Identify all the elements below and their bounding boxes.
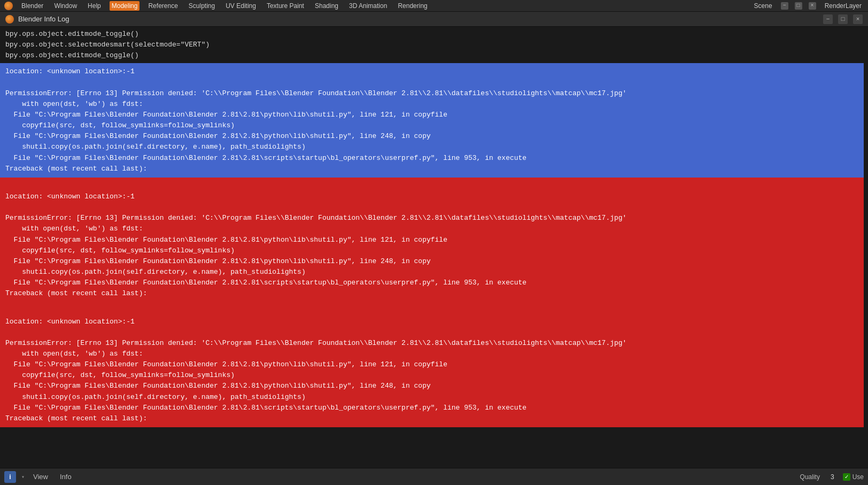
render-layer-selector[interactable]: RenderLayer [823, 1, 864, 11]
blue-error-block: location: <unknown location>:-1 Permissi… [0, 63, 864, 177]
checkmark-icon: ✓ [844, 474, 849, 480]
blender-logo-icon [4, 2, 13, 10]
minimize-button[interactable]: − [781, 2, 788, 10]
menu-reference[interactable]: Reference [146, 1, 180, 11]
window-close-button[interactable]: × [853, 14, 863, 24]
window-maximize-button[interactable]: □ [838, 14, 848, 24]
chevron-down-icon[interactable]: ▾ [21, 474, 25, 480]
window-title: Blender Info Log [18, 15, 69, 23]
menu-blender[interactable]: Blender [19, 1, 45, 11]
status-right-area: Quality 3 ✓ Use [800, 473, 864, 481]
checkbox-icon: ✓ [843, 473, 850, 481]
close-button[interactable]: × [809, 2, 816, 10]
window-minimize-button[interactable]: − [823, 14, 833, 24]
menu-help[interactable]: Help [86, 1, 103, 11]
red-error-block-1: location: <unknown location>:-1 Permissi… [0, 178, 864, 303]
menu-3d-animation[interactable]: 3D Animation [347, 1, 389, 11]
use-label: Use [852, 473, 864, 481]
quality-value: 3 [831, 473, 834, 481]
maximize-button[interactable]: □ [795, 2, 802, 10]
log-area: bpy.ops.object.editmode_toggle() bpy.ops… [0, 27, 864, 468]
quality-label: Quality [800, 473, 820, 481]
menu-window[interactable]: Window [52, 1, 79, 11]
menu-shading[interactable]: Shading [313, 1, 340, 11]
red-error-block-2: location: <unknown location>:-1 Permissi… [0, 302, 864, 427]
info-menu-item[interactable]: Info [57, 472, 75, 482]
use-checkbox[interactable]: ✓ Use [843, 473, 864, 481]
normal-log-lines: bpy.ops.object.editmode_toggle() bpy.ops… [0, 27, 864, 63]
menu-sculpting[interactable]: Sculpting [187, 1, 217, 11]
scene-selector[interactable]: Scene [752, 1, 774, 11]
menu-uv-editing[interactable]: UV Editing [223, 1, 258, 11]
title-bar: Blender Info Log − □ × [0, 12, 868, 27]
menu-rendering[interactable]: Rendering [396, 1, 429, 11]
view-menu-item[interactable]: View [30, 472, 51, 482]
status-bar: i ▾ View Info Quality 3 ✓ Use [0, 468, 868, 485]
menu-texture-paint[interactable]: Texture Paint [265, 1, 306, 11]
menu-modeling[interactable]: Modeling [110, 1, 140, 11]
menu-bar: Blender Window Help Modeling Reference S… [0, 0, 868, 12]
info-icon-button[interactable]: i [4, 471, 16, 483]
window-logo-icon [5, 15, 14, 24]
